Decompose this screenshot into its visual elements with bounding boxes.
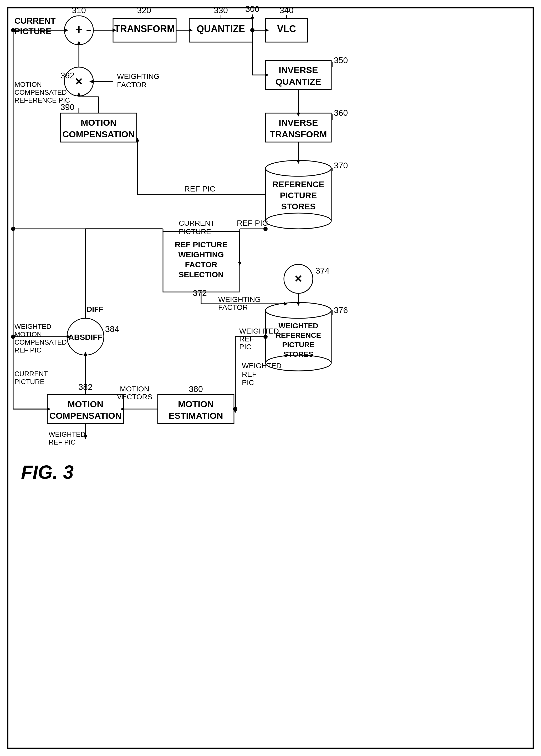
rfws-label3: FACTOR [185, 260, 218, 269]
current-picture-label2: PICTURE [14, 27, 51, 36]
inv-quantize-label2: QUANTIZE [275, 77, 321, 87]
ref-300: 300 [245, 4, 259, 14]
weighted-ref-pic-out-label2: REF PIC [49, 438, 76, 446]
mc-ref-pic-label2: COMPENSATED [14, 88, 67, 96]
fig-label: FIG. 3 [21, 462, 74, 483]
weighted-ref-pic-label3: PIC [239, 343, 252, 351]
mult-392-label: × [75, 74, 83, 88]
weighted-ref-pic-out-label1: WEIGHTED [49, 430, 85, 438]
weighted-mc-label1: WEIGHTED [14, 322, 51, 330]
wrps-label3: PICTURE [282, 341, 315, 349]
svg-point-97 [233, 407, 238, 411]
mc-390-label2: COMPENSATION [62, 129, 135, 139]
ref-390: 390 [60, 102, 74, 112]
current-pic-mc-label2: PICTURE [14, 378, 44, 386]
ref-pic-1-label: REF PIC [184, 184, 215, 193]
svg-point-8 [266, 213, 331, 229]
weighted-ref-pic-me-label3: PIC [242, 379, 254, 387]
inv-quantize-label: INVERSE [278, 65, 318, 75]
current-pic-mc-label: CURRENT [14, 370, 48, 378]
ref-374: 374 [315, 266, 329, 275]
current-pic-2-label: CURRENT [179, 219, 215, 227]
wrps-label2: REFERENCE [276, 331, 321, 339]
motion-vectors-label: MOTION [120, 385, 149, 393]
mc-390-label1: MOTION [81, 118, 117, 128]
mc-ref-pic-label1: MOTION [14, 80, 42, 88]
motion-vectors-label2: VECTORS [117, 393, 153, 401]
weighting-factor-label2: FACTOR [117, 81, 147, 89]
ref-340: 340 [279, 6, 293, 15]
ref-370: 370 [334, 161, 348, 170]
rfws-label2: WEIGHTING [178, 250, 224, 259]
mc-382-label2: COMPENSATION [49, 411, 122, 421]
rfws-label1: REF PICTURE [175, 240, 228, 249]
ref-310: 310 [72, 6, 86, 15]
ref-360: 360 [334, 108, 348, 118]
ref-stores-label3: STORES [281, 202, 316, 211]
weighted-mc-label2: MOTION [14, 330, 42, 338]
wrps-label4: STORES [283, 350, 313, 358]
ref-stores-label1: REFERENCE [272, 180, 324, 189]
transform-label: TRANSFORM [114, 23, 175, 34]
diagram-container: TRANSFORM QUANTIZE VLC INVERSE QUANTIZE … [0, 0, 541, 756]
current-picture-label1: CURRENT [14, 16, 56, 26]
absdiff-label: ABSDIFF [68, 333, 103, 341]
current-pic-2-label2: PICTURE [179, 228, 211, 236]
adder-label: + [75, 22, 83, 36]
weighted-mc-label4: REF PIC [14, 346, 42, 354]
weighted-ref-pic-label2: REF [239, 335, 254, 343]
mult-374-label: × [295, 271, 302, 285]
me-label2: ESTIMATION [169, 411, 223, 421]
ref-stores-label2: PICTURE [280, 191, 317, 200]
rfws-label4: SELECTION [179, 270, 224, 279]
weighted-ref-pic-label: WEIGHTED [239, 327, 279, 335]
ref-320: 320 [137, 6, 151, 15]
weighting-factor-2-label: WEIGHTING [218, 295, 261, 304]
minus-label: − [86, 25, 92, 36]
ref-pic-2-label: REF PIC [237, 219, 268, 227]
diff-label: DIFF [87, 305, 103, 313]
svg-point-46 [264, 227, 268, 231]
inv-transform-label2: TRANSFORM [270, 129, 327, 139]
weighted-ref-pic-me-label1: WEIGHTED [242, 362, 281, 370]
wrps-label1: WEIGHTED [278, 322, 318, 330]
ref-384: 384 [105, 324, 119, 334]
weighted-mc-label3: COMPENSATED [14, 338, 67, 346]
weighting-factor-label: WEIGHTING [117, 72, 160, 80]
ref-350: 350 [334, 56, 348, 65]
inv-transform-label: INVERSE [278, 118, 318, 128]
vlc-label: VLC [277, 23, 296, 34]
ref-376: 376 [334, 305, 348, 315]
weighting-factor-2-label2: FACTOR [218, 303, 248, 311]
ref-392: 392 [60, 71, 74, 80]
me-label1: MOTION [178, 399, 214, 409]
ref-380: 380 [189, 384, 203, 394]
ref-372: 372 [193, 288, 207, 298]
quantize-label: QUANTIZE [197, 23, 245, 34]
weighted-ref-pic-me-label2: REF [242, 370, 257, 378]
ref-330: 330 [214, 6, 228, 15]
mc-382-label1: MOTION [68, 399, 103, 409]
